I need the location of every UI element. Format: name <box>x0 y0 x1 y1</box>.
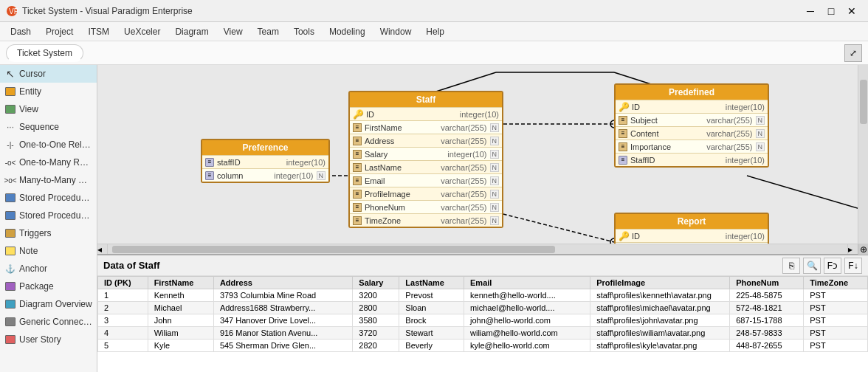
col-icon: ≡ <box>619 129 627 138</box>
col-icon: ≡ <box>353 176 362 185</box>
table-preference-header: Preference <box>202 140 328 155</box>
predefined-row-importance: ≡ Importance varchar(255) N <box>616 140 768 153</box>
toolbar: Ticket System ⤢ <box>0 41 868 65</box>
menu-item-uexceler[interactable]: UeXceler <box>117 25 168 38</box>
data-filter-btn[interactable]: Fↄ <box>824 258 841 274</box>
icon-generic <box>4 316 16 328</box>
menu-item-dash[interactable]: Dash <box>3 25 38 38</box>
sidebar-item-entity[interactable]: Entity <box>0 83 97 100</box>
svg-line-4 <box>497 213 614 242</box>
table-preference-row-column: ≡ column integer(10) N <box>202 168 328 182</box>
window-title: Ticket System - Visual Paradigm Enterpri… <box>22 6 800 16</box>
data-search-btn[interactable]: 🔍 <box>803 258 821 274</box>
col-firstname: FirstName <box>148 277 213 289</box>
corner-expand[interactable]: ⊕ <box>858 244 868 255</box>
menu-item-project[interactable]: Project <box>38 25 80 38</box>
menu-item-diagram[interactable]: Diagram <box>168 25 216 38</box>
sidebar-item-user-story[interactable]: User Story <box>0 331 97 348</box>
h-scroll-thumb[interactable] <box>112 246 555 253</box>
app-logo: VP <box>6 5 18 17</box>
menu-item-window[interactable]: Window <box>373 25 419 38</box>
icon-oneone: -|- <box>4 139 16 151</box>
menu-item-modeling[interactable]: Modeling <box>322 25 373 38</box>
menu-item-team[interactable]: Team <box>250 25 286 38</box>
sidebar-item-one-to-many[interactable]: -o<One-to-Many Relati... <box>0 154 97 171</box>
icon-story <box>4 334 16 345</box>
sidebar-item-label-entity: Entity <box>19 86 41 97</box>
expand-button[interactable]: ⤢ <box>844 44 862 62</box>
sidebar-item-anchor[interactable]: ⚓Anchor <box>0 260 97 278</box>
col-icon: ≡ <box>353 123 362 132</box>
menu-item-help[interactable]: Help <box>418 25 452 38</box>
close-button[interactable]: ✕ <box>841 1 862 21</box>
staff-row-lastname: ≡ LastName varchar(255) N <box>350 160 502 173</box>
col-salary: Salary <box>353 277 399 289</box>
v-scrollbar[interactable] <box>858 65 868 244</box>
predefined-row-content: ≡ Content varchar(255) N <box>616 126 768 140</box>
table-report[interactable]: Report 🔑 ID integer(10) ≡ StaffID intege… <box>614 213 769 244</box>
svg-line-7 <box>747 176 868 213</box>
sidebar-item-label-stored-procedures: Stored Procedures <box>19 193 92 203</box>
col-icon: ≡ <box>353 137 362 145</box>
table-row[interactable]: 3John347 Hanover Drive Lovel...3580Brock… <box>98 314 868 327</box>
sidebar-item-stored-procedure-r[interactable]: Stored Procedure R... <box>0 207 97 224</box>
sidebar-item-label-many-to-many: Many-to-Many Rela... <box>19 175 92 185</box>
toolbar-tab-ticket-system[interactable]: Ticket System <box>6 44 83 62</box>
pk-icon: 🔑 <box>353 109 363 120</box>
sidebar-item-label-package: Package <box>19 281 54 292</box>
table-header-row: ID (PK) FirstName Address Salary LastNam… <box>98 277 868 289</box>
sidebar-item-note[interactable]: Note <box>0 242 97 260</box>
sidebar-item-sequence[interactable]: ···Sequence <box>0 118 97 136</box>
menu-bar: DashProjectITSMUeXcelerDiagramViewTeamTo… <box>0 22 868 41</box>
icon-sp <box>4 192 16 204</box>
data-table: ID (PK) FirstName Address Salary LastNam… <box>97 276 868 352</box>
col-icon: ≡ <box>353 216 362 225</box>
diagram-area: Preference ≡ staffID integer(10) ≡ colum… <box>97 65 868 372</box>
table-preference[interactable]: Preference ≡ staffID integer(10) ≡ colum… <box>201 139 330 183</box>
sidebar-item-diagram-overview[interactable]: Diagram Overview <box>0 295 97 313</box>
col-phonenum: PhoneNum <box>730 277 804 289</box>
table-staff[interactable]: Staff 🔑 ID integer(10) ≡ FirstName varch… <box>348 91 503 228</box>
data-sort-btn[interactable]: F↓ <box>844 258 862 274</box>
data-table-wrapper[interactable]: ID (PK) FirstName Address Salary LastNam… <box>97 276 868 372</box>
table-predefined[interactable]: Predefined 🔑 ID integer(10) ≡ Subject va… <box>614 83 769 168</box>
staff-row-firstname: ≡ FirstName varchar(255) N <box>350 120 502 134</box>
sidebar-item-stored-procedures[interactable]: Stored Procedures <box>0 189 97 207</box>
pk-icon: 🔑 <box>619 231 629 241</box>
table-row[interactable]: 5Kyle545 Sherman Drive Glen...2820Beverl… <box>98 340 868 352</box>
fk-icon: ≡ <box>205 158 214 167</box>
pk-icon: 🔑 <box>619 102 629 112</box>
sidebar-item-label-stored-procedure-r: Stored Procedure R... <box>19 210 92 221</box>
data-copy-btn[interactable]: ⎘ <box>782 258 800 274</box>
table-row[interactable]: 4Wiliam916 Manor Station Avenu...3720Ste… <box>98 327 868 340</box>
h-scroll-right[interactable]: ▸ <box>847 244 858 254</box>
sidebar-item-one-to-one[interactable]: -|-One-to-One Relatio... <box>0 136 97 154</box>
sidebar-item-cursor[interactable]: ↖Cursor <box>0 65 97 83</box>
icon-package <box>4 280 16 292</box>
sidebar-item-triggers[interactable]: Triggers <box>0 224 97 242</box>
sidebar: ↖CursorEntityView···Sequence-|-One-to-On… <box>0 65 97 372</box>
table-report-header: Report <box>616 214 768 229</box>
sidebar-item-generic-connector[interactable]: Generic Connector <box>0 313 97 331</box>
icon-sp <box>4 210 16 221</box>
minimize-button[interactable]: ─ <box>800 1 821 21</box>
menu-item-itsm[interactable]: ITSM <box>80 25 117 38</box>
h-scroll-left[interactable]: ◂ <box>97 244 108 254</box>
h-scrollbar[interactable]: ◂ ▸ ⊕ <box>97 244 868 254</box>
maximize-button[interactable]: □ <box>821 1 841 21</box>
table-row[interactable]: 2MichaelAddress1688 Strawberry...2800Slo… <box>98 302 868 314</box>
predefined-row-subject: ≡ Subject varchar(255) N <box>616 113 768 126</box>
icon-anchor: ⚓ <box>4 263 16 275</box>
predefined-row-id: 🔑 ID integer(10) <box>616 100 768 113</box>
sidebar-item-view[interactable]: View <box>0 100 97 118</box>
sidebar-item-many-to-many[interactable]: >o<Many-to-Many Rela... <box>0 171 97 189</box>
canvas-wrapper[interactable]: Preference ≡ staffID integer(10) ≡ colum… <box>97 65 868 244</box>
sidebar-item-package[interactable]: Package <box>0 278 97 295</box>
sidebar-item-label-user-story: User Story <box>19 334 61 345</box>
svg-text:VP: VP <box>9 7 18 16</box>
menu-item-view[interactable]: View <box>216 25 250 38</box>
canvas: Preference ≡ staffID integer(10) ≡ colum… <box>97 65 868 244</box>
table-row[interactable]: 1Kenneth3793 Columbia Mine Road3200Prevo… <box>98 289 868 302</box>
menu-item-tools[interactable]: Tools <box>286 25 322 38</box>
v-scrollbar-thumb[interactable] <box>860 80 867 124</box>
